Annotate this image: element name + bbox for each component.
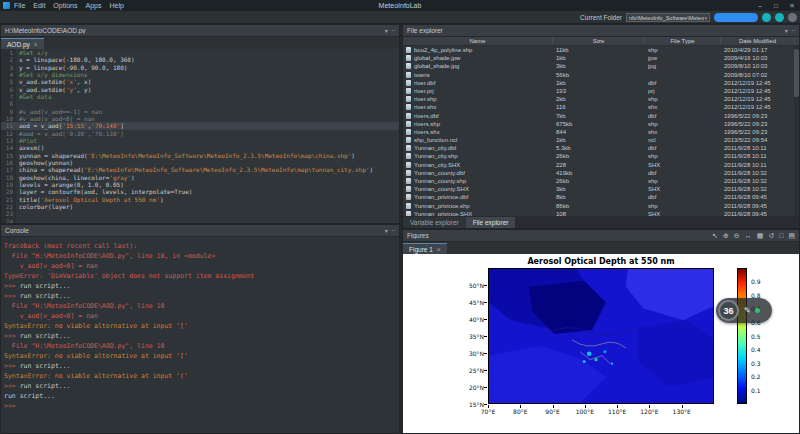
code-line[interactable]: 18geoshow(china, linecolor='gray') (1, 174, 399, 181)
code-line[interactable]: 7#Get data (1, 93, 399, 100)
zoom-in-icon[interactable]: ⊕ (723, 232, 729, 240)
tab-variable-explorer[interactable]: Variable explorer (403, 217, 466, 228)
code-line[interactable]: 15yunnan = shaperead('E:\MeteoInfo\Meteo… (1, 152, 399, 159)
code-line[interactable]: 21title('Aerosol Optical Depth at 550 nm… (1, 196, 399, 203)
panel-minimize-icon[interactable]: – (792, 27, 795, 34)
window-controls: –□✕ (752, 2, 800, 10)
close-icon[interactable]: × (34, 41, 38, 48)
minimize-button[interactable]: – (752, 2, 768, 10)
current-folder-combobox[interactable]: nfo\MeteoInfo_Software\MeteoInfo... ▾ (626, 13, 710, 22)
column-header-file-type[interactable]: File Type (645, 37, 721, 45)
identify-icon[interactable]: □ (779, 232, 783, 240)
code-editor[interactable]: 1#Set x/y2x = linspace(-180.0, 180.0, 36… (1, 49, 399, 223)
annotation-badge[interactable]: 36 ✎ (716, 298, 772, 323)
rotate-icon[interactable]: ↺ (768, 232, 774, 240)
console-line: TypeError: 'DimVariable' object does not… (4, 271, 396, 281)
code-line[interactable]: 20layer = contourfm(aod, levels, interpo… (1, 188, 399, 195)
annotation-count-badge[interactable]: 36 (718, 300, 739, 321)
x-tick-mark (617, 405, 618, 408)
table-row[interactable]: bou2_4p_polyline.shp11kbshp2010/4/29 01:… (403, 46, 799, 54)
camera-icon[interactable] (762, 13, 771, 22)
tab-file-explorer[interactable]: File explorer (466, 217, 516, 228)
more-icon[interactable] (788, 13, 797, 22)
editor-panel-header: H:\MeteoInfoCODE\AOD.py ▾– (1, 25, 399, 37)
code-line[interactable]: 9#v_aod[v_aod==-1] = nan (1, 108, 399, 115)
code-line[interactable]: 23 (1, 210, 399, 217)
close-button[interactable]: ✕ (784, 2, 800, 10)
code-line[interactable]: 4#Set x/y dimensions (1, 71, 399, 78)
column-header-name[interactable]: Name (403, 37, 553, 45)
menu-help[interactable]: Help (109, 2, 123, 9)
code-line[interactable]: 6v_aod.setdim('y', y) (1, 86, 399, 93)
y-tick-label: 25°N (457, 367, 484, 374)
table-row[interactable]: Yunnan_county.dbf419kbdbf2011/9/28 10:32 (403, 169, 799, 177)
table-row[interactable]: Yunnan_privince.SHX108SHX2011/9/28 09:45 (403, 210, 799, 216)
code-line[interactable]: 16geoshow(yunnan) (1, 159, 399, 166)
zoom-out-icon[interactable]: ⊖ (734, 232, 740, 240)
code-line[interactable]: 10#v_aod[v_aod<0] = nan (1, 115, 399, 122)
table-row[interactable]: shp_function.ncl1kbncl2013/5/22 09:54 (403, 136, 799, 144)
table-row[interactable]: river.shp2kbshp2012/12/19 12:45 (403, 95, 799, 103)
code-line[interactable]: 8 (1, 100, 399, 107)
pan-icon[interactable]: ↔ (745, 232, 752, 240)
table-row[interactable]: Yunnan_county.SHX3kbSHX2011/9/28 10:32 (403, 185, 799, 193)
code-line[interactable]: 22colorbar(layer) (1, 203, 399, 210)
table-row[interactable]: global_shade.jpw1kbjpw2009/4/16 10:03 (403, 54, 799, 62)
file-icon (406, 47, 411, 53)
panel-minimize-icon[interactable]: – (392, 227, 395, 234)
table-row[interactable]: Yunnan_city.SHX228SHX2011/9/28 10:11 (403, 161, 799, 169)
map-plot[interactable] (488, 268, 714, 404)
menu-apps[interactable]: Apps (85, 2, 101, 9)
plot-canvas[interactable]: Aerosol Optical Depth at 550 nm 70°E80°E… (403, 254, 799, 433)
mic-icon[interactable] (775, 13, 784, 22)
code-line[interactable]: 14axesm() (1, 144, 399, 151)
console-output[interactable]: Traceback (most recent call last): File … (1, 237, 399, 433)
table-row[interactable]: river.prj193prj2012/12/19 12:45 (403, 87, 799, 95)
menu-options[interactable]: Options (53, 2, 77, 9)
scrollbar-track[interactable] (794, 46, 799, 216)
select-icon[interactable]: ↖ (712, 232, 718, 240)
code-line[interactable]: 12#aod = v_aod['0:30','70:130'] (1, 130, 399, 137)
code-line[interactable]: 3y = linspace(-90.0, 90.0, 180) (1, 64, 399, 71)
code-line[interactable]: 24 (1, 218, 399, 223)
panel-menu-icon[interactable]: ▾ (785, 27, 788, 34)
x-tick-mark (520, 405, 521, 408)
code-line[interactable]: 5v_aod.setdim('x', x) (1, 78, 399, 85)
tab-figure-1[interactable]: Figure 1 × (403, 243, 447, 254)
code-line[interactable]: 19levels = arange(0, 1.0, 0.05) (1, 181, 399, 188)
column-header-size[interactable]: Size (553, 37, 645, 45)
table-row[interactable]: rivers.shp675kbshp1996/5/22 09:23 (403, 120, 799, 128)
table-row[interactable]: towns56kb2009/8/10 07:02 (403, 71, 799, 79)
scrollbar-thumb[interactable] (794, 49, 799, 97)
figure-toolbar: ↖⊕⊖↔▦↺□▤ (712, 232, 795, 240)
pencil-icon[interactable]: ✎ (744, 306, 751, 315)
column-header-date-modified[interactable]: Date Modified (721, 37, 795, 45)
close-icon[interactable]: × (437, 246, 441, 253)
colorbar-tick-label: 0.4 (751, 346, 761, 353)
table-row[interactable]: rivers.dbf7kbdbf1996/5/22 09:23 (403, 112, 799, 120)
code-line[interactable]: 13#Plot (1, 137, 399, 144)
table-row[interactable]: global_shade.jpg3kbjpg2009/8/10 10:03 (403, 62, 799, 70)
table-row[interactable]: Yunnan_county.shp26kbshp2011/9/28 10:32 (403, 177, 799, 185)
panel-menu-icon[interactable]: ▾ (385, 227, 388, 234)
code-line[interactable]: 11aod = v_aod['15:55','70:140'] (1, 122, 399, 129)
maximize-button[interactable]: □ (768, 2, 784, 10)
code-line[interactable]: 2x = linspace(-180.0, 180.0, 360) (1, 56, 399, 63)
code-line[interactable]: 17china = shaperead('E:\MeteoInfo\MeteoI… (1, 166, 399, 173)
table-row[interactable]: Yunnan_city.shp26kbshp2011/9/28 10:11 (403, 152, 799, 160)
code-line[interactable]: 1#Set x/y (1, 49, 399, 56)
menu-file[interactable]: File (14, 2, 25, 9)
table-row[interactable]: Yunnan_privince.shp86kbshp2011/9/28 09:4… (403, 202, 799, 210)
panel-menu-icon[interactable]: ▾ (385, 27, 388, 34)
table-row[interactable]: Yunnan_privince.dbf8kbdbf2011/9/28 09:45 (403, 193, 799, 201)
menu-edit[interactable]: Edit (33, 2, 45, 9)
save-icon[interactable]: ▤ (788, 232, 795, 240)
table-row[interactable]: river.shx116shx2012/12/19 12:45 (403, 103, 799, 111)
share-status-pill[interactable] (714, 13, 758, 22)
panel-minimize-icon[interactable]: – (392, 27, 395, 34)
tab-aod-py[interactable]: AOD.py × (1, 38, 44, 49)
table-row[interactable]: river.dbf1kbdbf2012/12/19 12:45 (403, 79, 799, 87)
table-row[interactable]: Yunnan_city.dbf5.3kbdbf2011/9/28 10:11 (403, 144, 799, 152)
table-row[interactable]: rivers.shx844shx1996/5/22 09:23 (403, 128, 799, 136)
full-extent-icon[interactable]: ▦ (757, 232, 764, 240)
